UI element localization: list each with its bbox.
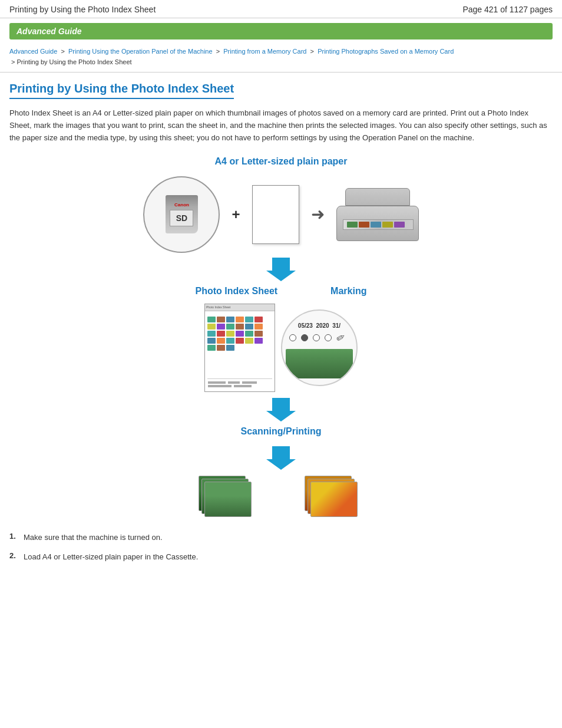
thumb-26: [217, 345, 225, 351]
memory-card-circle: Canon SD: [143, 176, 220, 253]
svg-rect-2: [371, 222, 381, 228]
blue-arrow-down-3: [9, 446, 553, 470]
plus-symbol: +: [232, 206, 240, 223]
svg-rect-7: [228, 381, 240, 384]
steps-section: 1. Make sure that the machine is turned …: [9, 532, 553, 563]
thumb-21: [226, 338, 234, 344]
thumb-17: [245, 331, 253, 337]
landscape-preview: [286, 349, 352, 378]
thumb-7: [207, 324, 216, 330]
breadcrumb-photographs[interactable]: Printing Photographs Saved on a Memory C…: [318, 48, 454, 55]
thumb-10: [236, 324, 244, 330]
blue-arrow-down-1: [9, 258, 553, 281]
thumb-12: [254, 324, 263, 330]
breadcrumb-printing-panel[interactable]: Printing Using the Operation Panel of th…: [68, 48, 213, 55]
svg-rect-0: [347, 222, 358, 228]
index-row-3: [207, 331, 272, 337]
printer-output-svg: [346, 220, 411, 229]
index-row-2: [207, 324, 272, 330]
thumb-23: [245, 338, 253, 344]
svg-rect-3: [382, 222, 393, 228]
index-sheet-rows: [205, 313, 275, 355]
index-header-bar: Photo Index Sheet: [205, 304, 275, 311]
printer-paper-out: [343, 219, 414, 230]
thumb-15: [226, 331, 234, 337]
description-text: Photo Index Sheet is an A4 or Letter-siz…: [9, 107, 553, 144]
marking-circle: 05/23 2020 31/ ✏: [281, 309, 358, 386]
step-2-text: Load A4 or Letter-sized plain paper in t…: [24, 551, 198, 563]
output-photos: [9, 476, 553, 520]
svg-marker-12: [266, 446, 296, 470]
thumb-27: [226, 345, 234, 351]
checkbox-3: [313, 334, 320, 341]
svg-rect-9: [208, 385, 232, 387]
diagram-subtitle: A4 or Letter-sized plain paper: [9, 156, 553, 167]
thumb-9: [226, 324, 234, 330]
thumb-6: [254, 317, 263, 322]
svg-rect-10: [234, 385, 252, 387]
thumb-19: [207, 338, 216, 344]
step-2-number: 2.: [9, 551, 19, 560]
sd-card: Canon SD: [166, 195, 198, 233]
svg-rect-6: [208, 381, 226, 384]
svg-rect-1: [359, 222, 369, 228]
step-1: 1. Make sure that the machine is turned …: [9, 532, 553, 543]
thumb-16: [236, 331, 244, 337]
page-title-top: Printing by Using the Photo Index Sheet: [9, 5, 156, 14]
labels-row: Photo Index Sheet Marking: [9, 286, 553, 297]
blue-arrow-down-2: [9, 398, 553, 421]
printer-body: [336, 206, 419, 241]
scanning-printing-label: Scanning/Printing: [9, 426, 553, 437]
index-footer: [207, 378, 272, 389]
page-main-title: Printing by Using the Photo Index Sheet: [9, 82, 234, 99]
page-header: Printing by Using the Photo Index Sheet …: [0, 0, 562, 18]
index-row-4: [207, 338, 272, 344]
advanced-guide-bar: Advanced Guide: [9, 23, 553, 39]
thumb-13: [207, 331, 216, 337]
thumb-1: [207, 317, 216, 322]
step-1-text: Make sure that the machine is turned on.: [24, 532, 163, 543]
thumb-2: [217, 317, 225, 322]
marking-checkboxes: ✏: [289, 331, 349, 344]
sd-card-label: SD: [170, 210, 193, 226]
thumb-25: [207, 345, 216, 351]
blue-arrow-svg-2: [266, 398, 296, 421]
breadcrumb: Advanced Guide > Printing Using the Oper…: [0, 44, 562, 73]
thumb-11: [245, 324, 253, 330]
thumb-18: [254, 331, 263, 337]
photo-index-sheet-label: Photo Index Sheet: [196, 286, 278, 297]
pencil-icon: ✏: [334, 330, 348, 346]
blue-arrow-svg-3: [266, 446, 296, 470]
food-card-1: [310, 482, 358, 517]
landscape-photo-stack: [199, 476, 257, 520]
sd-card-logo: Canon: [174, 202, 189, 207]
index-row-5: [207, 345, 272, 351]
main-content: Printing by Using the Photo Index Sheet …: [0, 82, 562, 582]
blue-arrow-svg-1: [266, 258, 296, 281]
diagram-row-1: Canon SD + ➜: [9, 176, 553, 253]
index-sheet-diagram: Photo Index Sheet: [9, 304, 553, 392]
printer-top: [345, 188, 410, 206]
food-photo-stack: [305, 476, 363, 520]
checkbox-1: [289, 334, 296, 341]
index-footer-svg: [208, 380, 272, 388]
breadcrumb-memory-card[interactable]: Printing from a Memory Card: [223, 48, 306, 55]
paper-rect: [252, 185, 299, 244]
svg-rect-4: [394, 222, 405, 228]
arrow-right: ➜: [311, 205, 325, 224]
checkbox-2: [301, 334, 308, 341]
thumb-14: [217, 331, 225, 337]
advanced-guide-label: Advanced Guide: [16, 27, 81, 36]
thumb-20: [217, 338, 225, 344]
printer-shape: [336, 188, 419, 241]
breadcrumb-advanced-guide[interactable]: Advanced Guide: [9, 48, 57, 55]
thumb-5: [245, 317, 253, 322]
step-1-number: 1.: [9, 532, 19, 541]
marking-top: 05/23 2020 31/ ✏: [282, 317, 356, 349]
thumb-24: [254, 338, 263, 344]
step-2: 2. Load A4 or Letter-sized plain paper i…: [9, 551, 553, 563]
landscape-card-1: [204, 482, 252, 517]
sd-text: SD: [176, 213, 187, 223]
thumb-4: [236, 317, 244, 322]
index-row-1: [207, 317, 272, 322]
